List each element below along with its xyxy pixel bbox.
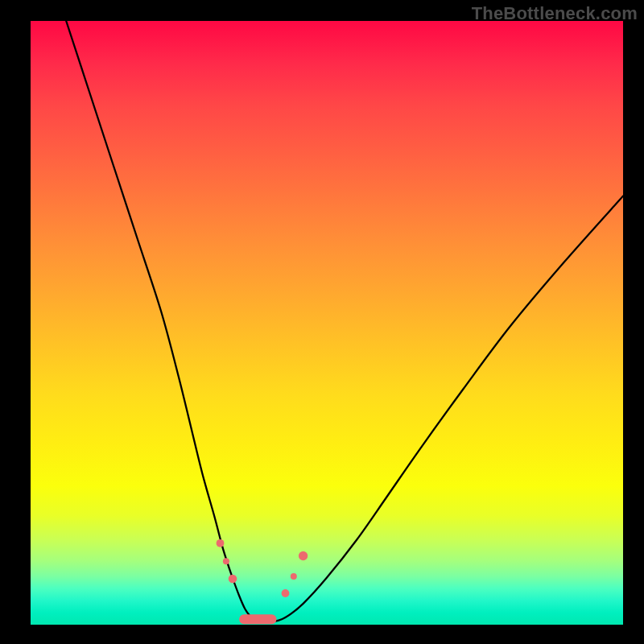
curve-marker-dot <box>282 589 290 597</box>
chart-frame: TheBottleneck.com <box>0 0 644 644</box>
curve-marker-dot <box>217 539 225 547</box>
curve-marker-dot <box>229 575 237 584</box>
bottleneck-curve <box>66 21 623 622</box>
curve-marker-dot <box>291 573 297 580</box>
curve-marker-dot <box>299 551 308 560</box>
plot-area <box>31 21 623 625</box>
curve-marker-dot <box>223 558 229 564</box>
curve-bottom-bar <box>239 614 276 624</box>
watermark-text: TheBottleneck.com <box>472 3 638 24</box>
chart-overlay <box>31 21 623 625</box>
